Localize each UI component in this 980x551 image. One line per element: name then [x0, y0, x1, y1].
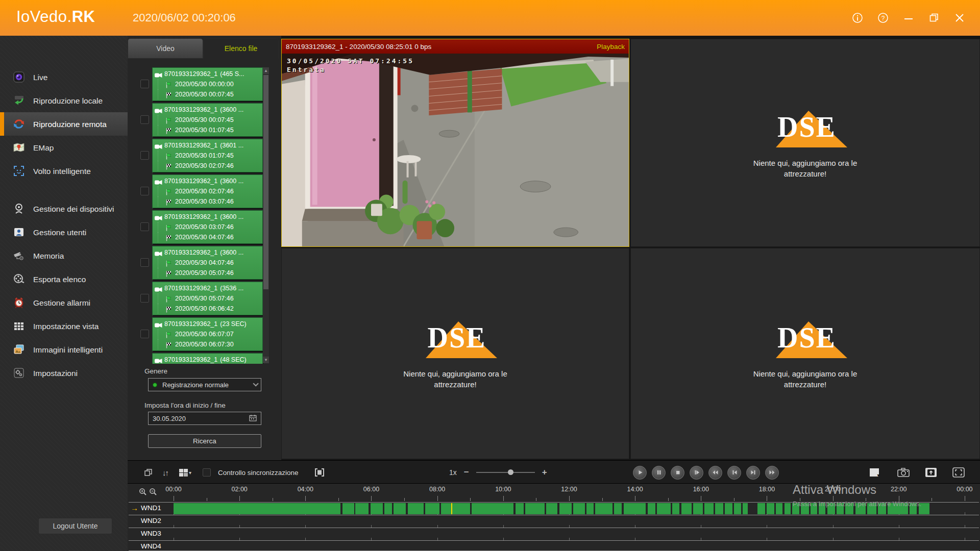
recording-segment[interactable]: [342, 503, 354, 514]
recording-segment[interactable]: [801, 503, 809, 514]
logout-button[interactable]: Logout Utente: [38, 518, 112, 534]
video-cell-1-active[interactable]: 8701933129362_1 - 2020/05/30 08:25:01 0 …: [281, 39, 629, 247]
recording-segment[interactable]: [408, 503, 424, 514]
file-entry[interactable]: 8701933129362_1(3536 ...2020/05/30 05:07…: [152, 282, 263, 315]
play-button[interactable]: [633, 466, 647, 480]
file-entry[interactable]: 8701933129362_1(3600 ...2020/05/30 02:07…: [152, 174, 263, 208]
file-checkbox[interactable]: [140, 294, 149, 303]
sync-checkbox[interactable]: [203, 468, 211, 477]
date-input[interactable]: 30.05.2020: [148, 412, 261, 425]
timeline-row-label[interactable]: WND4: [141, 542, 172, 550]
speed-minus-button[interactable]: −: [464, 467, 469, 478]
file-list-scrollbar[interactable]: ▲ ▼: [263, 67, 269, 363]
recording-segment[interactable]: [827, 503, 835, 514]
file-checkbox[interactable]: [140, 115, 149, 124]
file-entry[interactable]: 8701933129362_1(23 SEC)2020/05/30 06:07:…: [152, 317, 263, 351]
recording-segment[interactable]: [767, 503, 774, 514]
recording-segment[interactable]: [792, 503, 799, 514]
search-button[interactable]: Ricerca: [148, 434, 261, 448]
speed-slider[interactable]: [476, 467, 535, 478]
previous-file-button[interactable]: [727, 466, 741, 480]
file-entry[interactable]: 8701933129362_1(48 SEC): [152, 353, 263, 364]
file-checkbox[interactable]: [140, 258, 149, 267]
recording-segment[interactable]: [878, 503, 886, 514]
recording-segment[interactable]: [525, 503, 544, 514]
recording-segment[interactable]: [425, 503, 439, 514]
recording-segment[interactable]: [394, 503, 406, 514]
sidebar-item-riproduzione-remota[interactable]: Riproduzione remota: [0, 112, 128, 136]
sidebar-item-gestione-utenti[interactable]: Gestione utenti: [0, 220, 128, 244]
frame-select-icon[interactable]: [313, 466, 326, 479]
file-entry[interactable]: 8701933129362_1(3600 ...2020/05/30 00:07…: [152, 103, 263, 137]
recording-segment[interactable]: [472, 503, 513, 514]
recording-segment[interactable]: [845, 503, 853, 514]
recording-segment[interactable]: [614, 503, 622, 514]
recording-segment[interactable]: [757, 503, 765, 514]
recording-segment[interactable]: [586, 503, 594, 514]
stop-button[interactable]: [671, 466, 684, 480]
fast-forward-button[interactable]: [765, 466, 779, 480]
timeline-zoom-in-icon[interactable]: [139, 488, 147, 498]
recording-segment[interactable]: [811, 503, 817, 514]
slider-thumb[interactable]: [508, 469, 513, 475]
file-entry[interactable]: 8701933129362_1(3600 ...2020/05/30 04:07…: [152, 246, 263, 280]
sidebar-item-memoria[interactable]: Memoria: [0, 244, 128, 267]
video-cell-2-empty[interactable]: DSE Niente qui, aggiungiamo ora le attre…: [630, 39, 980, 247]
file-entry[interactable]: 8701933129362_1(3601 ...2020/05/30 01:07…: [152, 139, 263, 172]
sidebar-item-impostazioni[interactable]: Impostazioni: [0, 361, 128, 385]
file-checkbox[interactable]: [140, 187, 149, 195]
timeline-row-label[interactable]: WND1: [141, 504, 172, 512]
file-entry[interactable]: 8701933129362_1(3600 ...2020/05/30 03:07…: [152, 210, 263, 244]
minimize-button[interactable]: [898, 8, 919, 28]
recording-segment[interactable]: [776, 503, 783, 514]
video-cell-4-empty[interactable]: DSE Niente qui, aggiungiamo ora le attre…: [630, 248, 980, 459]
recording-segment[interactable]: [819, 503, 826, 514]
sidebar-item-immagini-intelligenti[interactable]: Immagini intelligenti: [0, 338, 128, 361]
sidebar-item-impostazione-vista[interactable]: Impostazione vista: [0, 314, 128, 338]
timeline[interactable]: 00:0002:0004:0006:0008:0010:0012:0014:00…: [128, 484, 980, 551]
recording-segment[interactable]: [910, 503, 917, 514]
info-icon[interactable]: [847, 8, 868, 28]
recording-segment[interactable]: [743, 503, 748, 514]
recording-segment[interactable]: [624, 503, 646, 514]
recording-segment[interactable]: [355, 503, 369, 514]
recording-segment[interactable]: [919, 503, 929, 514]
file-checkbox[interactable]: [140, 151, 149, 160]
genre-select[interactable]: Registrazione normale: [148, 378, 261, 391]
export-clip-icon[interactable]: [923, 466, 939, 479]
recording-segment[interactable]: [516, 503, 524, 514]
recording-segment[interactable]: [693, 503, 702, 514]
recording-segment[interactable]: [384, 503, 391, 514]
display-mode-icon[interactable]: ▾: [866, 466, 884, 479]
duplicate-window-icon[interactable]: [142, 466, 155, 479]
recording-segment[interactable]: [672, 503, 679, 514]
recording-segment[interactable]: [785, 503, 791, 514]
video-cell-3-empty[interactable]: DSE Niente qui, aggiungiamo ora le attre…: [281, 248, 629, 459]
sidebar-item-live[interactable]: Live: [0, 65, 128, 89]
tab-video[interactable]: Video: [128, 38, 203, 59]
snapshot-camera-icon[interactable]: [895, 466, 912, 479]
recording-segment[interactable]: [546, 503, 558, 514]
recording-segment[interactable]: [734, 503, 741, 514]
recording-segment[interactable]: [681, 503, 692, 514]
tab-elenco-file[interactable]: Elenco file: [203, 38, 279, 59]
recording-segment[interactable]: [657, 503, 670, 514]
recording-segment[interactable]: [441, 503, 470, 514]
grid-layout-icon[interactable]: ▾: [175, 466, 195, 479]
frame-step-button[interactable]: [690, 466, 703, 480]
sidebar-item-riproduzione-locale[interactable]: Riproduzione locale: [0, 89, 128, 112]
sidebar-item-volto-intelligente[interactable]: Volto intelligente: [0, 159, 128, 183]
file-checkbox[interactable]: [140, 222, 149, 231]
timeline-row-label[interactable]: WND3: [141, 530, 172, 537]
timeline-playhead[interactable]: [451, 503, 452, 514]
file-checkbox[interactable]: [140, 80, 149, 88]
sidebar-item-esporta-elenco[interactable]: Esporta elenco: [0, 267, 128, 291]
timeline-row-label[interactable]: WND2: [141, 517, 172, 524]
close-button[interactable]: [949, 8, 970, 28]
next-file-button[interactable]: [746, 466, 760, 480]
video-frame[interactable]: 30/05/2020 SAT 07:24:55 Entrata: [282, 54, 629, 246]
scrollbar-thumb[interactable]: [263, 75, 268, 289]
speed-plus-button[interactable]: +: [542, 467, 547, 478]
sidebar-item-gestione-dispositivi[interactable]: Gestione dei dispositivi: [0, 197, 128, 220]
recording-segment[interactable]: [648, 503, 655, 514]
